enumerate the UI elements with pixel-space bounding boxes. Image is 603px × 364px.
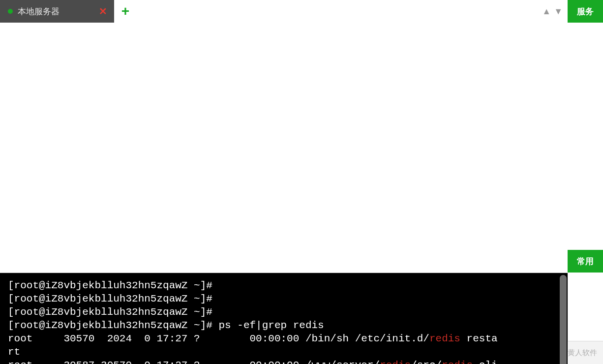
arrow-down-icon[interactable]: ▼ xyxy=(554,6,563,17)
terminal-scrollbar[interactable] xyxy=(560,275,567,364)
tab-nav-arrows: ▲ ▼ xyxy=(542,6,568,17)
terminal-output: [root@iZ8vbjekblluh32hn5zqawZ ~]# [root@… xyxy=(0,273,568,364)
services-button[interactable]: 服务 xyxy=(568,0,603,23)
scrollbar-thumb[interactable] xyxy=(560,275,567,364)
terminal-tab[interactable]: 本地服务器 ✕ xyxy=(0,0,114,23)
terminal-panel[interactable]: [root@iZ8vbjekblluh32hn5zqawZ ~]# [root@… xyxy=(0,273,568,364)
common-button[interactable]: 常用 xyxy=(568,250,603,273)
right-gutter xyxy=(568,273,603,341)
tab-title: 本地服务器 xyxy=(18,6,60,17)
add-tab-button[interactable]: + xyxy=(114,0,137,23)
tab-bar: 本地服务器 ✕ + ▲ ▼ xyxy=(0,0,568,23)
close-icon[interactable]: ✕ xyxy=(99,5,107,17)
connection-indicator-icon xyxy=(8,9,13,14)
arrow-up-icon[interactable]: ▲ xyxy=(542,6,551,17)
right-sidebar: 服务 常用 xyxy=(568,0,603,273)
